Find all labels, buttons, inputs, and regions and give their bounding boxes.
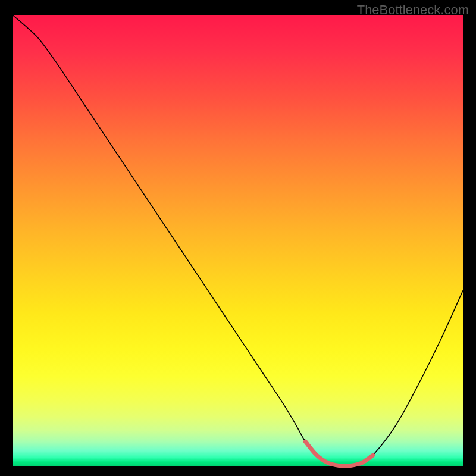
chart-plot-area xyxy=(13,15,463,466)
watermark-text: TheBottleneck.com xyxy=(357,2,469,18)
bottleneck-curve-line xyxy=(13,15,463,466)
low-bottleneck-highlight xyxy=(305,441,372,466)
chart-svg xyxy=(13,15,463,466)
